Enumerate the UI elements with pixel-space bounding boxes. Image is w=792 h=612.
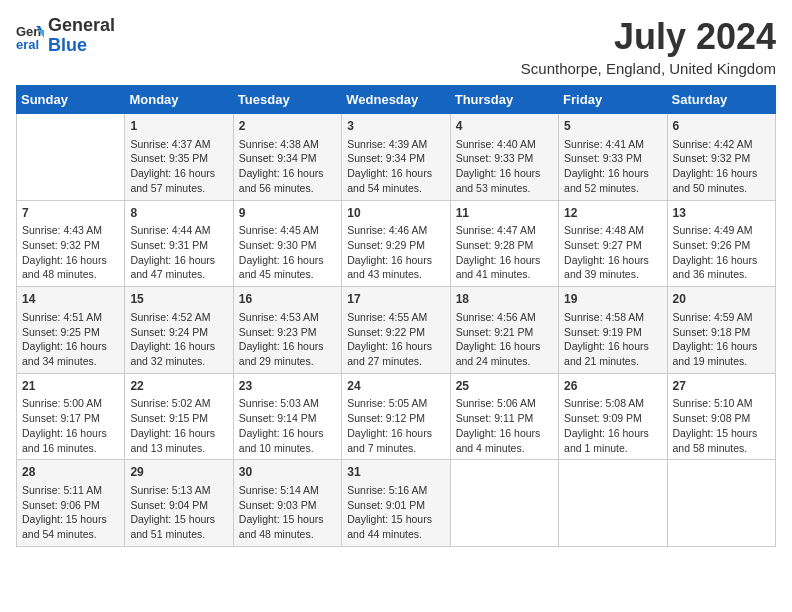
calendar-cell: 1Sunrise: 4:37 AM Sunset: 9:35 PM Daylig… <box>125 114 233 201</box>
day-info: Sunrise: 4:38 AM Sunset: 9:34 PM Dayligh… <box>239 137 336 196</box>
day-info: Sunrise: 5:03 AM Sunset: 9:14 PM Dayligh… <box>239 396 336 455</box>
calendar-header: SundayMondayTuesdayWednesdayThursdayFrid… <box>17 86 776 114</box>
day-number: 11 <box>456 205 553 222</box>
calendar-cell: 7Sunrise: 4:43 AM Sunset: 9:32 PM Daylig… <box>17 200 125 287</box>
day-number: 18 <box>456 291 553 308</box>
day-number: 4 <box>456 118 553 135</box>
day-info: Sunrise: 5:14 AM Sunset: 9:03 PM Dayligh… <box>239 483 336 542</box>
day-info: Sunrise: 4:41 AM Sunset: 9:33 PM Dayligh… <box>564 137 661 196</box>
day-number: 1 <box>130 118 227 135</box>
calendar-body: 1Sunrise: 4:37 AM Sunset: 9:35 PM Daylig… <box>17 114 776 547</box>
day-info: Sunrise: 5:11 AM Sunset: 9:06 PM Dayligh… <box>22 483 119 542</box>
day-info: Sunrise: 4:42 AM Sunset: 9:32 PM Dayligh… <box>673 137 770 196</box>
calendar-cell: 4Sunrise: 4:40 AM Sunset: 9:33 PM Daylig… <box>450 114 558 201</box>
calendar-cell: 22Sunrise: 5:02 AM Sunset: 9:15 PM Dayli… <box>125 373 233 460</box>
calendar-cell: 2Sunrise: 4:38 AM Sunset: 9:34 PM Daylig… <box>233 114 341 201</box>
calendar-cell: 28Sunrise: 5:11 AM Sunset: 9:06 PM Dayli… <box>17 460 125 547</box>
calendar-cell: 17Sunrise: 4:55 AM Sunset: 9:22 PM Dayli… <box>342 287 450 374</box>
calendar-cell: 26Sunrise: 5:08 AM Sunset: 9:09 PM Dayli… <box>559 373 667 460</box>
svg-text:eral: eral <box>16 37 39 50</box>
week-row-5: 28Sunrise: 5:11 AM Sunset: 9:06 PM Dayli… <box>17 460 776 547</box>
day-number: 20 <box>673 291 770 308</box>
day-info: Sunrise: 4:59 AM Sunset: 9:18 PM Dayligh… <box>673 310 770 369</box>
calendar-cell: 29Sunrise: 5:13 AM Sunset: 9:04 PM Dayli… <box>125 460 233 547</box>
title-area: July 2024 Scunthorpe, England, United Ki… <box>521 16 776 77</box>
calendar-cell: 9Sunrise: 4:45 AM Sunset: 9:30 PM Daylig… <box>233 200 341 287</box>
day-number: 3 <box>347 118 444 135</box>
header-day-tuesday: Tuesday <box>233 86 341 114</box>
day-info: Sunrise: 5:06 AM Sunset: 9:11 PM Dayligh… <box>456 396 553 455</box>
day-number: 27 <box>673 378 770 395</box>
day-number: 7 <box>22 205 119 222</box>
day-info: Sunrise: 5:10 AM Sunset: 9:08 PM Dayligh… <box>673 396 770 455</box>
calendar-cell: 10Sunrise: 4:46 AM Sunset: 9:29 PM Dayli… <box>342 200 450 287</box>
logo-blue: Blue <box>48 36 115 56</box>
calendar-cell: 6Sunrise: 4:42 AM Sunset: 9:32 PM Daylig… <box>667 114 775 201</box>
day-number: 17 <box>347 291 444 308</box>
day-number: 26 <box>564 378 661 395</box>
day-info: Sunrise: 4:43 AM Sunset: 9:32 PM Dayligh… <box>22 223 119 282</box>
week-row-1: 1Sunrise: 4:37 AM Sunset: 9:35 PM Daylig… <box>17 114 776 201</box>
logo-icon: Gen eral <box>16 22 44 50</box>
calendar-cell <box>450 460 558 547</box>
day-number: 8 <box>130 205 227 222</box>
day-info: Sunrise: 4:53 AM Sunset: 9:23 PM Dayligh… <box>239 310 336 369</box>
logo: Gen eral General Blue <box>16 16 115 56</box>
calendar-cell: 21Sunrise: 5:00 AM Sunset: 9:17 PM Dayli… <box>17 373 125 460</box>
day-info: Sunrise: 4:46 AM Sunset: 9:29 PM Dayligh… <box>347 223 444 282</box>
calendar-cell: 24Sunrise: 5:05 AM Sunset: 9:12 PM Dayli… <box>342 373 450 460</box>
calendar-cell: 8Sunrise: 4:44 AM Sunset: 9:31 PM Daylig… <box>125 200 233 287</box>
day-info: Sunrise: 4:51 AM Sunset: 9:25 PM Dayligh… <box>22 310 119 369</box>
calendar-cell: 30Sunrise: 5:14 AM Sunset: 9:03 PM Dayli… <box>233 460 341 547</box>
day-number: 9 <box>239 205 336 222</box>
week-row-2: 7Sunrise: 4:43 AM Sunset: 9:32 PM Daylig… <box>17 200 776 287</box>
day-number: 2 <box>239 118 336 135</box>
day-info: Sunrise: 4:58 AM Sunset: 9:19 PM Dayligh… <box>564 310 661 369</box>
day-number: 13 <box>673 205 770 222</box>
header-day-thursday: Thursday <box>450 86 558 114</box>
day-number: 10 <box>347 205 444 222</box>
calendar-title: July 2024 <box>521 16 776 58</box>
header-day-monday: Monday <box>125 86 233 114</box>
day-info: Sunrise: 4:55 AM Sunset: 9:22 PM Dayligh… <box>347 310 444 369</box>
header-day-wednesday: Wednesday <box>342 86 450 114</box>
day-number: 30 <box>239 464 336 481</box>
day-number: 16 <box>239 291 336 308</box>
day-number: 15 <box>130 291 227 308</box>
calendar-cell: 19Sunrise: 4:58 AM Sunset: 9:19 PM Dayli… <box>559 287 667 374</box>
calendar-cell: 12Sunrise: 4:48 AM Sunset: 9:27 PM Dayli… <box>559 200 667 287</box>
header-day-friday: Friday <box>559 86 667 114</box>
calendar-cell: 16Sunrise: 4:53 AM Sunset: 9:23 PM Dayli… <box>233 287 341 374</box>
calendar-cell: 27Sunrise: 5:10 AM Sunset: 9:08 PM Dayli… <box>667 373 775 460</box>
day-number: 12 <box>564 205 661 222</box>
day-info: Sunrise: 4:48 AM Sunset: 9:27 PM Dayligh… <box>564 223 661 282</box>
calendar-cell: 15Sunrise: 4:52 AM Sunset: 9:24 PM Dayli… <box>125 287 233 374</box>
calendar-cell <box>17 114 125 201</box>
calendar-cell <box>559 460 667 547</box>
calendar-cell: 23Sunrise: 5:03 AM Sunset: 9:14 PM Dayli… <box>233 373 341 460</box>
day-info: Sunrise: 5:02 AM Sunset: 9:15 PM Dayligh… <box>130 396 227 455</box>
calendar-cell: 13Sunrise: 4:49 AM Sunset: 9:26 PM Dayli… <box>667 200 775 287</box>
day-info: Sunrise: 4:52 AM Sunset: 9:24 PM Dayligh… <box>130 310 227 369</box>
day-number: 29 <box>130 464 227 481</box>
day-number: 31 <box>347 464 444 481</box>
day-number: 24 <box>347 378 444 395</box>
day-number: 23 <box>239 378 336 395</box>
day-info: Sunrise: 4:56 AM Sunset: 9:21 PM Dayligh… <box>456 310 553 369</box>
day-number: 21 <box>22 378 119 395</box>
day-number: 25 <box>456 378 553 395</box>
day-info: Sunrise: 5:05 AM Sunset: 9:12 PM Dayligh… <box>347 396 444 455</box>
day-number: 5 <box>564 118 661 135</box>
week-row-4: 21Sunrise: 5:00 AM Sunset: 9:17 PM Dayli… <box>17 373 776 460</box>
day-info: Sunrise: 4:40 AM Sunset: 9:33 PM Dayligh… <box>456 137 553 196</box>
day-info: Sunrise: 4:37 AM Sunset: 9:35 PM Dayligh… <box>130 137 227 196</box>
logo-general: General <box>48 16 115 36</box>
day-info: Sunrise: 4:39 AM Sunset: 9:34 PM Dayligh… <box>347 137 444 196</box>
calendar-table: SundayMondayTuesdayWednesdayThursdayFrid… <box>16 85 776 547</box>
calendar-cell: 31Sunrise: 5:16 AM Sunset: 9:01 PM Dayli… <box>342 460 450 547</box>
day-info: Sunrise: 4:45 AM Sunset: 9:30 PM Dayligh… <box>239 223 336 282</box>
day-info: Sunrise: 4:44 AM Sunset: 9:31 PM Dayligh… <box>130 223 227 282</box>
calendar-cell: 11Sunrise: 4:47 AM Sunset: 9:28 PM Dayli… <box>450 200 558 287</box>
calendar-cell <box>667 460 775 547</box>
header: Gen eral General Blue July 2024 Scunthor… <box>16 16 776 77</box>
